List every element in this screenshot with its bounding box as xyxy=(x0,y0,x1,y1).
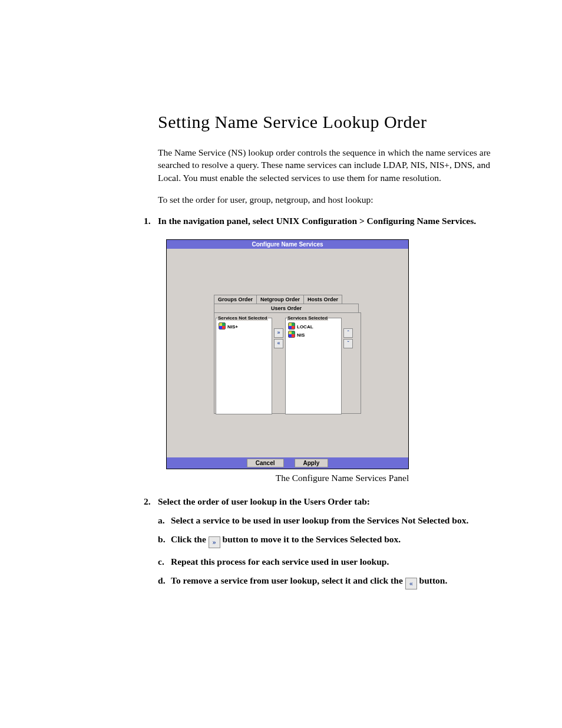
not-selected-legend: Services Not Selected xyxy=(217,315,268,321)
cancel-button[interactable]: Cancel xyxy=(247,459,284,467)
move-left-button[interactable]: « xyxy=(274,339,283,348)
intro-paragraph-1: The Name Service (NS) lookup order contr… xyxy=(158,146,503,184)
move-right-icon: » xyxy=(209,536,220,548)
step-2b-post: button to move it to the Services Select… xyxy=(223,534,401,544)
intro-paragraph-2: To set the order for user, group, netgro… xyxy=(158,193,503,206)
step-2d-post: button. xyxy=(419,575,448,585)
move-up-button[interactable]: ˆ xyxy=(343,328,353,338)
step-1: In the navigation panel, select UNIX Con… xyxy=(147,216,503,483)
service-item-nisplus[interactable]: NIS+ xyxy=(217,322,270,330)
panel-title: Configure Name Services xyxy=(167,240,408,249)
tab-groups-order[interactable]: Groups Order xyxy=(214,295,257,304)
step-2b: Click the » button to move it to the Ser… xyxy=(158,534,503,548)
config-name-services-panel: Configure Name Services Groups Order Net… xyxy=(166,239,409,469)
selected-legend: Services Selected xyxy=(287,315,328,321)
step-2d-pre: To remove a service from user lookup, se… xyxy=(171,575,405,585)
tab-netgroup-order[interactable]: Netgroup Order xyxy=(256,295,304,304)
service-item-nis[interactable]: NIS xyxy=(287,330,340,338)
tab-hosts-order[interactable]: Hosts Order xyxy=(303,295,342,304)
step-2: Select the order of user lookup in the U… xyxy=(147,496,503,589)
tab-users-order[interactable]: Users Order xyxy=(214,304,359,312)
step-2a: Select a service to be used in user look… xyxy=(158,515,503,526)
step-2d: To remove a service from user lookup, se… xyxy=(158,575,503,589)
move-right-button[interactable]: » xyxy=(274,328,283,338)
step-1-text: In the navigation panel, select UNIX Con… xyxy=(158,216,476,226)
step-2c: Repeat this process for each service use… xyxy=(158,556,503,567)
service-item-local[interactable]: LOCAL xyxy=(287,322,340,330)
move-down-button[interactable]: ˇ xyxy=(343,339,353,348)
services-selected-box[interactable]: Services Selected LOCAL NIS xyxy=(285,315,342,414)
panel-caption: The Configure Name Services Panel xyxy=(181,473,503,483)
step-2b-pre: Click the xyxy=(171,534,209,544)
apply-button[interactable]: Apply xyxy=(295,459,329,467)
services-not-selected-box[interactable]: Services Not Selected NIS+ xyxy=(216,315,272,414)
step-2-text: Select the order of user lookup in the U… xyxy=(158,496,370,506)
move-left-icon: « xyxy=(405,578,417,589)
page-heading: Setting Name Service Lookup Order xyxy=(158,112,503,132)
